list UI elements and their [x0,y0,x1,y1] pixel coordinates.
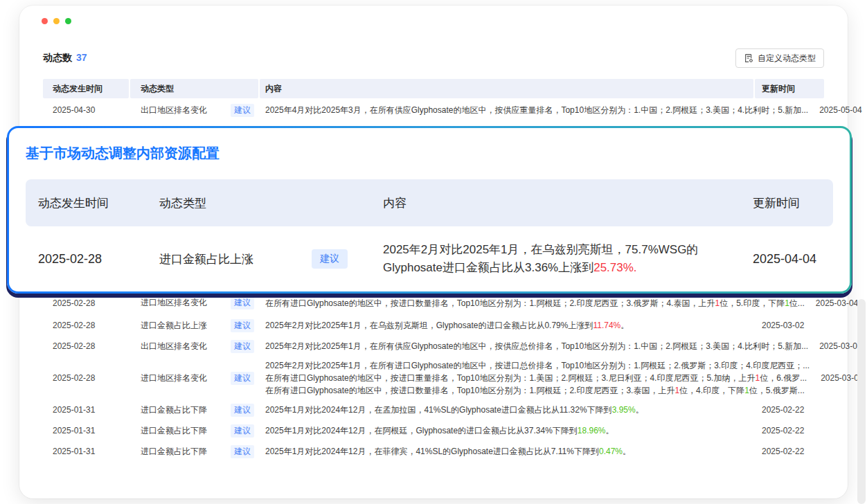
highlighted-value: 25.73%. [593,261,636,274]
table-row[interactable]: 2025-04-30出口地区排名变化建议2025年4月对比2025年3月，在所有… [43,98,824,122]
content-line: 在所有进口Glyphosate的地区中，按进口数量排名，Top10地区分别为：1… [265,297,805,309]
row-date: 2025-01-31 [43,405,130,415]
row-content: 在所有进口Glyphosate的地区中，按进口数量排名，Top10地区分别为：1… [260,297,809,309]
content-text: 2025年2月对比2025年1月，在乌兹别克斯坦，Glyphosate的进口金额… [265,321,593,330]
highlight-card-title: 基于市场动态调整内部资源配置 [26,144,833,162]
highlight-table-header: 动态发生时间 动态类型 内容 更新时间 [26,179,833,226]
row-type: 进口金额占比下降 [141,446,207,458]
document-gear-icon [744,53,753,63]
content-text: 位... [789,298,805,308]
content-line: 在所有进口Glyphosate的地区中，按进口重量排名，Top10地区分别为：1… [265,372,810,384]
highlighted-value: 1 [785,298,789,308]
header-occur-time: 动态发生时间 [43,79,129,98]
row-updated: 2025-05-04 [812,105,867,115]
table-row[interactable]: 2025-02-28进口地区排名变化建议在所有进口Glyphosate的地区中，… [43,291,824,315]
row-type-cell: 进口金额占比下降建议 [130,424,260,438]
row-type-cell: 出口地区排名变化建议 [130,104,260,117]
content-line: 2025年2月对比2025年1月，在所有供应Glyphosate的地区中，按供应… [265,340,808,352]
content-line: 2025年4月对比2025年3月，在所有供应Glyphosate的地区中，按供应… [265,104,808,116]
table-row[interactable]: 2025-02-28出口地区排名变化建议2025年2月对比2025年1月，在所有… [43,336,824,357]
suggestion-tag[interactable]: 建议 [231,372,254,385]
row-type-cell: 进口金额占比下降建议 [130,404,260,417]
row-tag-cell: 建议 [289,249,372,269]
highlighted-value: 0.47% [599,447,623,456]
row-type: 进口地区排名变化 [141,297,207,309]
vertical-scrollbar[interactable] [857,299,866,504]
highlighted-value: 11.74% [593,321,620,330]
row-type: 进口地区排名变化 [141,372,207,384]
content-text: 2025年2月对比2025年1月，在所有进口Glyphosate的地区中，按进口… [265,361,810,370]
header-update-time: 更新时间 [755,79,824,98]
suggestion-tag[interactable]: 建议 [312,249,348,269]
row-content: 2025年2月对比2025年1月，在乌兹别亮斯坦，75.7%WSG的Glypho… [372,241,739,277]
content-text: 。 [636,405,644,415]
row-type: 进口金额占比上涨 [141,320,207,332]
suggestion-tag[interactable]: 建议 [231,404,254,417]
suggestion-tag[interactable]: 建议 [231,296,254,309]
content-text: 2025年1月对比2024年12月，在孟加拉国，41%SL的Glyphosate… [265,405,612,415]
minimize-window-icon[interactable] [53,18,60,24]
highlight-card: 基于市场动态调整内部资源配置 动态发生时间 动态类型 内容 更新时间 2025-… [7,126,852,294]
suggestion-tag[interactable]: 建议 [231,445,254,458]
header-content: 内容 [372,195,739,211]
content-text: 2025年2月对比2025年1月，在所有供应Glyphosate的地区中，按供应… [265,341,808,351]
header-type: 动态类型 [143,195,289,211]
row-content: 2025年4月对比2025年3月，在所有供应Glyphosate的地区中，按供应… [260,104,812,116]
table-row[interactable]: 2025-01-31进口金额占比下降建议2025年1月对比2024年12月，在菲… [43,441,824,462]
content-text: 位，4.印度，下降 [679,386,744,395]
table-header: 动态发生时间 动态类型 内容 更新时间 [43,79,824,98]
content-text: 2025年4月对比2025年3月，在所有供应Glyphosate的地区中，按供应… [265,105,808,115]
suggestion-tag[interactable]: 建议 [231,104,254,117]
content-line: 在所有进口Glyphosate的地区中，按进口数量排名，Top10地区分别为：1… [265,384,810,397]
row-type: 进口金额占比上涨 [143,251,289,267]
maximize-window-icon[interactable] [65,18,71,24]
row-date: 2025-01-31 [43,426,130,435]
row-type: 出口地区排名变化 [141,105,207,116]
table-row[interactable]: 2025-02-28进口金额占比上涨建议2025年2月对比2025年1月，在乌兹… [43,315,824,336]
row-type: 进口金额占比下降 [141,404,207,416]
customize-dynamic-type-button[interactable]: 自定义动态类型 [735,48,824,68]
content-text: 位，6.俄罗... [760,373,807,383]
highlight-table-row[interactable]: 2025-02-28 进口金额占比上涨 建议 2025年2月对比2025年1月，… [26,226,833,291]
row-content: 2025年1月对比2024年12月，在孟加拉国，41%SL的Glyphosate… [260,404,755,416]
row-date: 2025-02-28 [26,252,143,267]
row-date: 2025-02-28 [43,321,130,330]
row-content: 2025年1月对比2024年12月，在菲律宾，41%SL的Glyphosate进… [260,445,755,458]
content-text: 在所有进口Glyphosate的地区中，按进口重量排名，Top10地区分别为：1… [265,373,755,383]
table-row[interactable]: 2025-01-31进口金额占比下降建议2025年1月对比2024年12月，在孟… [43,399,824,420]
row-type-cell: 进口金额占比上涨建议 [130,319,260,332]
dynamics-count-value: 37 [76,52,87,63]
row-type-cell: 进口金额占比下降建议 [130,445,260,458]
row-type: 出口地区排名变化 [141,341,207,352]
suggestion-tag[interactable]: 建议 [231,424,254,438]
content-line: 2025年1月对比2024年12月，在菲律宾，41%SL的Glyphosate进… [265,445,751,458]
row-updated: 2025-02-22 [755,447,824,456]
content-text: 2025年1月对比2024年12月，在阿根廷，Glyphosate的进口金额占比… [265,426,578,435]
close-window-icon[interactable] [42,18,48,24]
header-type: 动态类型 [130,79,258,98]
row-type-cell: 进口地区排名变化建议 [130,372,260,385]
content-text: 2025年2月对比2025年1月，在乌兹别亮斯坦，75.7%WSG的Glypho… [383,243,698,274]
content-text: 2025年1月对比2024年12月，在菲律宾，41%SL的Glyphosate进… [265,447,599,456]
content-text: 。 [623,447,631,456]
row-type-cell: 出口地区排名变化建议 [130,340,260,353]
suggestion-tag[interactable]: 建议 [231,319,254,332]
row-date: 2025-04-30 [43,105,130,115]
row-updated: 2025-02-22 [755,426,824,435]
content-text: 位，5.俄罗斯... [749,386,805,395]
row-date: 2025-02-28 [43,298,130,308]
content-line: 2025年2月对比2025年1月，在所有进口Glyphosate的地区中，按进口… [265,359,810,372]
header-occur-time: 动态发生时间 [26,195,143,211]
highlight-card-body: 基于市场动态调整内部资源配置 动态发生时间 动态类型 内容 更新时间 2025-… [9,128,850,291]
content-text: 。 [620,321,629,330]
row-content: 2025年2月对比2025年1月，在乌兹别克斯坦，Glyphosate的进口金额… [260,319,755,332]
row-date: 2025-02-28 [43,373,130,383]
highlighted-value: 3.95% [612,405,636,415]
content-text: 。 [606,426,614,435]
suggestion-tag[interactable]: 建议 [231,340,254,353]
table-row[interactable]: 2025-01-31进口金额占比下降建议2025年1月对比2024年12月，在阿… [43,420,824,441]
content-line: 2025年1月对比2024年12月，在孟加拉国，41%SL的Glyphosate… [265,404,751,416]
row-date: 2025-01-31 [43,447,130,456]
table-row[interactable]: 2025-02-28进口地区排名变化建议2025年2月对比2025年1月，在所有… [43,357,824,399]
row-updated: 2025-04-04 [739,252,833,267]
